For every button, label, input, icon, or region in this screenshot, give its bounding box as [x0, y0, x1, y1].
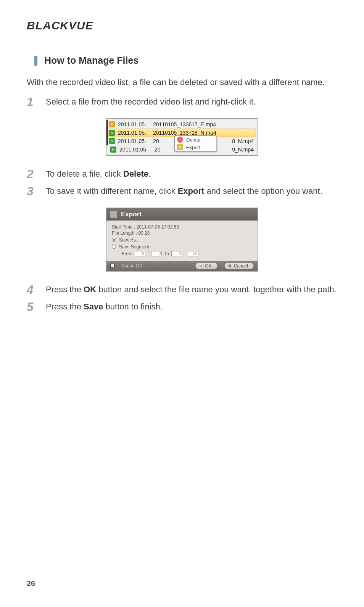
ok-button-label: OK: [205, 263, 211, 269]
radio-label: Save Segment: [119, 244, 149, 250]
file-name-right: 9_N.mp4: [232, 147, 254, 153]
radio-label: Save As..: [119, 237, 139, 243]
file-list-panel: E 2011.01.05. 20110105_133617_E.mp4 N 20…: [106, 118, 258, 156]
step-number: 5: [27, 300, 46, 314]
sound-off-label: Sound Off: [121, 263, 142, 269]
section-title: How to Manage Files: [44, 55, 139, 66]
export-dialog-titlebar: Export: [106, 208, 258, 221]
context-menu-label: Export: [186, 145, 201, 150]
step-1: 1 Select a file from the recorded video …: [27, 95, 337, 109]
export-dialog-title: Export: [121, 211, 142, 218]
export-title-icon: [110, 211, 117, 218]
time-colon: :: [148, 251, 149, 256]
cancel-button[interactable]: ✕ Cancel: [224, 262, 254, 269]
cancel-button-label: Cancel: [234, 263, 248, 269]
step-number: 4: [27, 283, 46, 296]
time-colon: :: [184, 251, 185, 256]
export-dialog-body: Start Time : 2011-07-06 17:02:59 File Le…: [106, 221, 258, 261]
from-label: From: [122, 251, 132, 256]
step-3: 3 To save it with different name, click …: [27, 185, 337, 198]
from-sec-input[interactable]: 0: [151, 251, 162, 256]
file-date: 2011.01.05.: [118, 130, 153, 136]
brand-logo: BLACKVUE: [27, 19, 337, 32]
page-number: 26: [27, 579, 35, 588]
file-type-icon: E: [109, 121, 115, 127]
step-number: 2: [27, 167, 46, 181]
file-type-icon: N: [109, 138, 115, 144]
file-name: 20110105_133617_E.mp4: [153, 121, 254, 127]
section-accent-bar: [34, 56, 37, 66]
segment-time-row: From 0 : 0 To 0 : 28: [122, 251, 254, 256]
file-date: 2011.01.05.: [118, 138, 153, 144]
section-header: How to Manage Files: [27, 55, 337, 66]
file-date: 2011.01.05.: [118, 121, 153, 127]
intro-paragraph: With the recorded video list, a file can…: [27, 76, 337, 89]
ok-button[interactable]: ➜ OK: [195, 262, 217, 269]
context-menu: − Delete ⎘ Export: [174, 135, 216, 151]
context-menu-delete[interactable]: − Delete: [175, 136, 216, 143]
arrow-right-icon: ➜: [199, 263, 203, 269]
step-2: 2 To delete a file, click Delete.: [27, 167, 337, 181]
from-min-input[interactable]: 0: [135, 251, 145, 256]
file-row[interactable]: E 2011.01.05. 20110105_133617_E.mp4: [106, 120, 256, 129]
sound-off-checkbox[interactable]: [110, 264, 114, 268]
file-type-icon: N: [110, 147, 116, 153]
figure-export-dialog: Export Start Time : 2011-07-06 17:02:59 …: [27, 208, 337, 272]
radio-save-segment[interactable]: Save Segment: [112, 244, 254, 250]
context-menu-export[interactable]: ⎘ Export: [175, 143, 216, 151]
step-4: 4 Press the OK button and select the fil…: [27, 283, 337, 296]
step-text: To delete a file, click Delete.: [46, 167, 337, 181]
radio-icon: [112, 238, 116, 242]
close-icon: ✕: [228, 263, 232, 269]
export-icon: ⎘: [177, 144, 183, 150]
context-menu-label: Delete: [186, 137, 201, 143]
export-dialog-footer: Sound Off ➜ OK ✕ Cancel: [106, 261, 258, 271]
file-type-icon: N: [109, 130, 115, 136]
step-number: 1: [27, 95, 46, 109]
file-name-right: 8_N.mp4: [232, 138, 254, 144]
to-sec-input[interactable]: 28: [188, 251, 198, 256]
step-text: Press the OK button and select the file …: [46, 283, 337, 296]
radio-icon: [112, 245, 116, 249]
radio-save-as[interactable]: Save As..: [112, 237, 254, 243]
step-text: To save it with different name, click Ex…: [46, 185, 337, 198]
step-text: Select a file from the recorded video li…: [46, 95, 337, 109]
figure-file-list: E 2011.01.05. 20110105_133617_E.mp4 N 20…: [27, 118, 337, 156]
step-5: 5 Press the Save button to finish.: [27, 300, 337, 314]
export-start-time: Start Time : 2011-07-06 17:02:59: [112, 224, 254, 230]
export-dialog: Export Start Time : 2011-07-06 17:02:59 …: [106, 208, 258, 272]
delete-icon: −: [177, 137, 183, 143]
to-label: To: [164, 251, 169, 256]
step-number: 3: [27, 185, 46, 198]
step-text: Press the Save button to finish.: [46, 300, 337, 314]
export-file-length: File Length : 00:28: [112, 230, 254, 236]
to-min-input[interactable]: 0: [171, 251, 182, 256]
file-name: 20110105_133718_N.mp4: [153, 130, 253, 136]
file-date: 2011.01.05.: [119, 147, 155, 153]
